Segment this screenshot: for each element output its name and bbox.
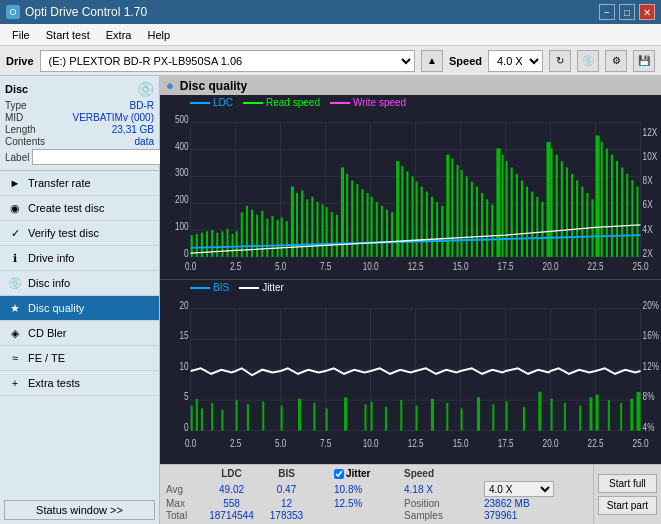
svg-rect-58 [391,212,393,257]
svg-rect-105 [626,174,628,257]
svg-text:22.5: 22.5 [588,437,604,450]
svg-rect-34 [271,216,273,257]
svg-rect-42 [311,197,313,257]
position-val: 23862 MB [484,498,554,509]
sidebar-item-drive-info[interactable]: ℹ Drive info [0,246,159,271]
chart-header: ● Disc quality [160,76,661,95]
svg-text:12%: 12% [643,359,660,372]
legend-ldc: LDC [190,97,233,108]
svg-rect-162 [371,402,373,431]
svg-rect-47 [336,215,338,257]
svg-rect-43 [316,202,318,257]
sidebar-item-label: Transfer rate [28,177,91,189]
jitter-checkbox[interactable] [334,469,344,479]
svg-rect-84 [521,180,523,257]
svg-text:10.0: 10.0 [363,261,379,272]
svg-text:100: 100 [175,221,189,232]
svg-text:17.5: 17.5 [498,437,514,450]
sidebar-item-disc-quality[interactable]: ★ Disc quality [0,296,159,321]
verify-test-disc-icon: ✓ [8,226,22,240]
svg-rect-78 [491,204,493,256]
sidebar-item-disc-info[interactable]: 💿 Disc info [0,271,159,296]
svg-rect-81 [506,161,508,257]
svg-rect-177 [589,397,592,430]
disc-panel-icon: 💿 [137,81,154,97]
svg-rect-71 [457,165,459,257]
svg-rect-169 [477,397,480,430]
svg-rect-95 [576,180,578,257]
disc-type-value: BD-R [130,100,154,111]
sidebar-item-label: Disc quality [28,302,84,314]
sidebar-item-create-test-disc[interactable]: ◉ Create test disc [0,196,159,221]
disc-button[interactable]: 💿 [577,50,599,72]
svg-rect-171 [506,402,508,431]
stat-bis-header: BIS [259,468,314,479]
svg-text:17.5: 17.5 [498,261,514,272]
drive-select[interactable]: (E:) PLEXTOR BD-R PX-LB950SA 1.06 [40,50,415,72]
svg-text:2X: 2X [643,248,653,259]
svg-rect-150 [201,408,203,430]
chart-title: Disc quality [180,79,247,93]
disc-label-label: Label [5,152,29,163]
save-button[interactable]: 💾 [633,50,655,72]
svg-rect-153 [236,400,238,430]
minimize-button[interactable]: − [599,4,615,20]
svg-text:5.0: 5.0 [275,437,287,450]
speed-select-stats[interactable]: 4.0 X [484,481,554,497]
svg-rect-37 [286,221,288,257]
avg-label: Avg [166,484,204,495]
refresh-button[interactable]: ↻ [549,50,571,72]
disc-label-input[interactable] [32,149,165,165]
svg-rect-54 [371,197,373,257]
disc-info-icon: 💿 [8,276,22,290]
svg-rect-77 [486,199,488,256]
bis-max: 12 [259,498,314,509]
sidebar-item-fe-te[interactable]: ≈ FE / TE [0,346,159,371]
jitter-header-label: Jitter [346,468,370,479]
svg-text:22.5: 22.5 [588,261,604,272]
eject-button[interactable]: ▲ [421,50,443,72]
nav-items: ► Transfer rate ◉ Create test disc ✓ Ver… [0,171,159,496]
svg-rect-62 [412,176,414,256]
sidebar-item-extra-tests[interactable]: + Extra tests [0,371,159,396]
maximize-button[interactable]: □ [619,4,635,20]
svg-text:0: 0 [184,420,189,433]
close-button[interactable]: ✕ [639,4,655,20]
svg-text:4X: 4X [643,224,653,235]
svg-rect-174 [551,399,553,431]
settings-button[interactable]: ⚙ [605,50,627,72]
svg-rect-89 [546,142,550,257]
start-full-button[interactable]: Start full [598,474,657,493]
create-test-disc-icon: ◉ [8,201,22,215]
svg-text:20.0: 20.0 [543,437,559,450]
menu-start-test[interactable]: Start test [38,27,98,43]
svg-rect-41 [306,199,308,256]
sidebar-item-cd-bler[interactable]: ◈ CD Bler [0,321,159,346]
action-buttons: Start full Start part [593,465,661,524]
sidebar-item-label: Disc info [28,277,70,289]
menu-extra[interactable]: Extra [98,27,140,43]
svg-rect-20 [201,233,203,257]
status-window-button[interactable]: Status window >> [4,500,155,520]
sidebar-item-transfer-rate[interactable]: ► Transfer rate [0,171,159,196]
sidebar-item-verify-test-disc[interactable]: ✓ Verify test disc [0,221,159,246]
svg-rect-24 [221,231,223,257]
svg-rect-31 [256,215,258,257]
svg-rect-179 [608,400,610,430]
svg-rect-165 [416,406,418,431]
start-part-button[interactable]: Start part [598,496,657,515]
svg-text:20.0: 20.0 [543,261,559,272]
svg-rect-80 [501,155,503,257]
bis-legend-dot [190,287,210,289]
fe-te-icon: ≈ [8,351,22,365]
svg-rect-102 [611,155,613,257]
drivebar: Drive (E:) PLEXTOR BD-R PX-LB950SA 1.06 … [0,46,661,76]
svg-rect-170 [492,404,494,430]
svg-rect-53 [367,193,369,257]
menu-help[interactable]: Help [139,27,178,43]
speed-select[interactable]: 4.0 X [488,50,543,72]
svg-text:12.5: 12.5 [408,437,424,450]
svg-rect-66 [431,197,433,257]
bis-label: BIS [213,282,229,293]
menu-file[interactable]: File [4,27,38,43]
